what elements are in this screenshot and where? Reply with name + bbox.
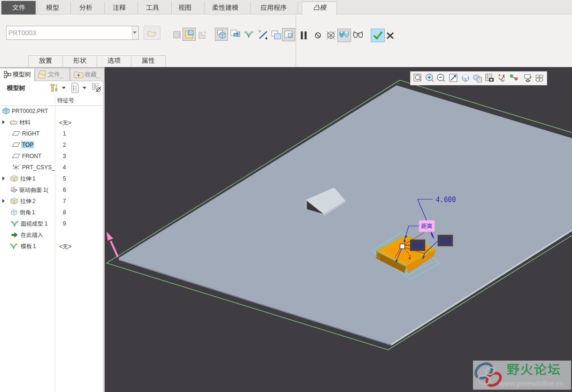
svg-text:x: x — [18, 164, 20, 166]
svg-text:4.600: 4.600 — [436, 195, 456, 205]
svg-text:www.proewildfire.cn: www.proewildfire.cn — [499, 379, 564, 387]
